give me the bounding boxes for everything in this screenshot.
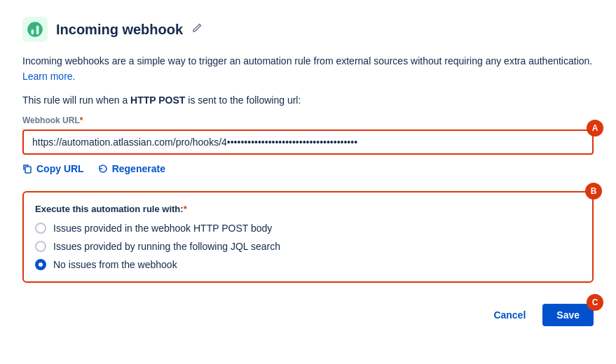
radio-label-3: No issues from the webhook [53, 259, 177, 270]
radio-option-1[interactable]: Issues provided in the webhook HTTP POST… [35, 223, 581, 234]
url-input-wrapper: A [22, 130, 594, 155]
http-post-text: HTTP POST [130, 94, 185, 106]
webhook-url-input[interactable] [22, 130, 594, 155]
footer: Cancel Save C [22, 304, 594, 326]
logo-icon [22, 17, 48, 42]
annotation-b: B [585, 183, 602, 200]
description-text: Incoming webhooks are a simple way to tr… [22, 53, 594, 85]
annotation-c: C [587, 294, 603, 311]
page-header: Incoming webhook [22, 17, 594, 42]
radio-label-2: Issues provided by running the following… [53, 241, 280, 252]
copy-icon [22, 164, 32, 174]
radio-label-1: Issues provided in the webhook HTTP POST… [53, 223, 272, 234]
annotation-a: A [587, 120, 603, 136]
copy-url-button[interactable]: Copy URL [22, 160, 84, 177]
http-rule-text: This rule will run when a HTTP POST is s… [22, 94, 594, 106]
required-marker: * [80, 115, 83, 125]
cancel-button[interactable]: Cancel [485, 304, 534, 326]
execute-section: B Execute this automation rule with:* Is… [22, 191, 594, 283]
radio-circle-1 [35, 223, 46, 234]
execute-label: Execute this automation rule with:* [35, 204, 581, 214]
radio-option-2[interactable]: Issues provided by running the following… [35, 241, 581, 252]
radio-circle-2 [35, 241, 46, 252]
regenerate-button[interactable]: Regenerate [98, 160, 165, 177]
url-actions: Copy URL Regenerate [22, 160, 594, 177]
svg-rect-1 [25, 167, 31, 173]
radio-circle-3 [35, 259, 46, 270]
execute-required-marker: * [184, 204, 187, 214]
save-wrapper: Save C [542, 304, 594, 326]
edit-icon[interactable] [191, 22, 203, 36]
regenerate-icon [98, 164, 108, 174]
webhook-url-label: Webhook URL* [22, 115, 594, 125]
learn-more-link[interactable]: Learn more. [22, 71, 75, 82]
radio-option-3[interactable]: No issues from the webhook [35, 259, 581, 270]
save-button[interactable]: Save [542, 304, 594, 326]
page-title: Incoming webhook [56, 22, 183, 38]
